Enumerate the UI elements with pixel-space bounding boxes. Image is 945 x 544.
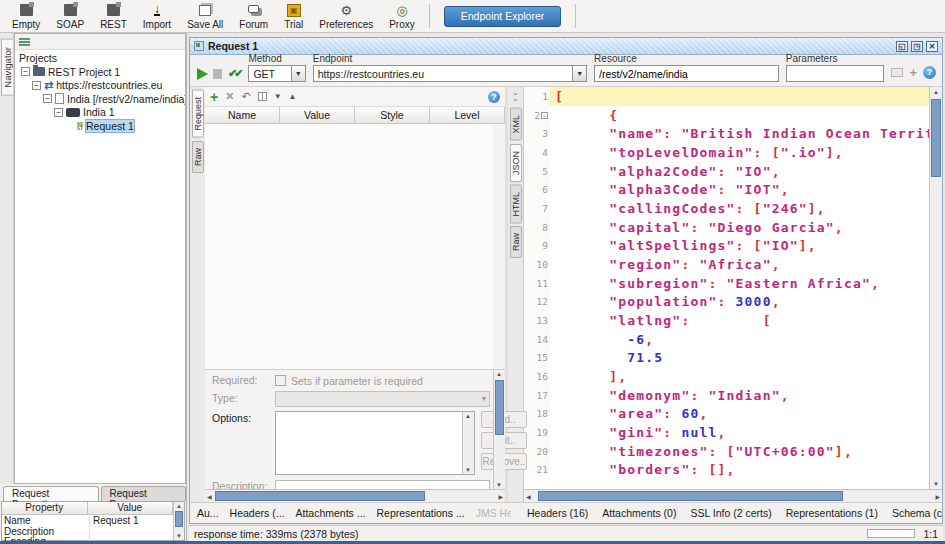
- inspector-tab-headers-16[interactable]: Headers (16): [527, 507, 588, 519]
- endpoint-dropdown[interactable]: https://restcountries.eu ▼: [313, 65, 587, 82]
- inspector-tab-representations-1[interactable]: Representations (1): [786, 507, 878, 519]
- tab-request[interactable]: Request: [192, 90, 204, 138]
- options-scrollbar[interactable]: [462, 412, 474, 474]
- endpoint-explorer-button[interactable]: Endpoint Explorer: [444, 6, 561, 27]
- tab-html[interactable]: HTML: [510, 185, 522, 224]
- rest-project-icon: [107, 4, 120, 16]
- move-up-icon[interactable]: ▲: [289, 92, 297, 101]
- tree-expander-icon[interactable]: −: [43, 94, 52, 103]
- tree-item-label: Request 1: [86, 120, 134, 132]
- toolbar-button-preferences[interactable]: ⚙Preferences: [311, 0, 381, 32]
- form-hscrollbar[interactable]: [205, 489, 505, 502]
- inspector-tab-headers[interactable]: Headers (...: [230, 507, 285, 519]
- tab-json[interactable]: JSON: [510, 144, 522, 182]
- code-line-text: "area": 60,: [550, 404, 929, 423]
- param-detail-form: Required: Sets if parameter is required …: [205, 369, 505, 489]
- type-dropdown[interactable]: [275, 391, 490, 407]
- inspector-tab-attachments[interactable]: Attachments ...: [295, 507, 365, 519]
- properties-scrollbar[interactable]: ▲ ▼: [173, 502, 184, 540]
- inspector-tab-ssl-info-2-certs[interactable]: SSL Info (2 certs): [690, 507, 771, 519]
- toolbar-button-empty[interactable]: Empty: [4, 0, 48, 32]
- chevron-down-icon[interactable]: ▼: [572, 66, 586, 81]
- toolbar-button-label: Preferences: [319, 19, 373, 30]
- table-row[interactable]: NameRequest 1: [2, 515, 173, 526]
- tab-request-properties[interactable]: Request Properties: [3, 486, 99, 501]
- expand-icon[interactable]: ⌃: [513, 99, 519, 105]
- navigator-options-icon[interactable]: [19, 38, 30, 46]
- tab-xml[interactable]: XML: [510, 108, 522, 141]
- scrollbar-thumb[interactable]: [215, 491, 425, 501]
- fold-collapse-icon[interactable]: −: [541, 112, 548, 119]
- add-to-testcase-icon[interactable]: +: [909, 67, 917, 78]
- delete-param-icon[interactable]: ✕: [225, 90, 234, 103]
- toolbar-button-rest[interactable]: REST: [92, 0, 135, 32]
- tree-item-india-rest-v2-name-india[interactable]: −India [/rest/v2/name/india]: [15, 92, 185, 106]
- help-icon[interactable]: ?: [923, 66, 936, 79]
- move-down-icon[interactable]: ▼: [274, 92, 282, 101]
- maximize-window-icon[interactable]: ◳: [911, 41, 923, 52]
- required-checkbox[interactable]: [275, 375, 286, 386]
- toolbar-button-save-all[interactable]: Save All: [179, 0, 231, 32]
- chevron-down-icon[interactable]: ▼: [291, 66, 305, 81]
- tree-expander-icon[interactable]: −: [21, 67, 30, 76]
- options-listbox[interactable]: [275, 411, 475, 475]
- revert-params-icon[interactable]: ↶: [241, 90, 250, 103]
- parameters-field[interactable]: [787, 66, 884, 81]
- code-line: 9 "altSpellings": ["IO"],: [524, 236, 929, 255]
- inspector-tab-au[interactable]: Au...: [197, 507, 219, 519]
- response-time-text: response time: 339ms (2378 bytes): [194, 528, 359, 540]
- line-number: 1: [524, 87, 550, 106]
- editor-vscrollbar[interactable]: [929, 87, 942, 489]
- editor-hscrollbar[interactable]: [524, 489, 942, 502]
- params-table-body[interactable]: [205, 124, 505, 369]
- minimize-window-icon[interactable]: ◱: [896, 41, 908, 52]
- tree-item-label: India 1: [83, 106, 115, 118]
- toolbar-button-soap[interactable]: SOAP: [48, 0, 92, 32]
- navigator-tab[interactable]: Navigator: [1, 39, 13, 96]
- tab-raw[interactable]: Raw: [510, 226, 522, 258]
- help-icon[interactable]: ?: [488, 91, 500, 103]
- update-params-icon[interactable]: [258, 92, 267, 101]
- tree-expander-icon[interactable]: −: [54, 108, 63, 117]
- tab-layout-icon[interactable]: [891, 68, 903, 77]
- tree-root-label[interactable]: Projects: [15, 50, 185, 65]
- add-assertion-icon[interactable]: ✔✔: [228, 67, 240, 80]
- method-dropdown[interactable]: GET ▼: [248, 65, 305, 82]
- scrollbar-thumb[interactable]: [495, 380, 504, 435]
- tree-item-rest-project-1[interactable]: −REST Project 1: [15, 65, 185, 79]
- toolbar-divider: [429, 4, 430, 28]
- tree-item-india-1[interactable]: −India 1: [15, 106, 185, 120]
- line-number: 4: [524, 143, 550, 162]
- code-line: 19 "gini": null,: [524, 423, 929, 442]
- cancel-request-icon[interactable]: [213, 69, 222, 79]
- form-scrollbar[interactable]: [493, 370, 505, 489]
- close-window-icon[interactable]: ✕: [926, 41, 938, 52]
- code-line-text: "altSpellings": ["IO"],: [550, 236, 929, 255]
- toolbar-button-proxy[interactable]: ◎Proxy: [381, 0, 423, 32]
- scroll-down-icon[interactable]: ▼: [174, 533, 184, 539]
- toolbar-button-import[interactable]: ↓Import: [135, 0, 179, 32]
- tree-item-https-restcountries-eu[interactable]: −⇄https://restcountries.eu: [15, 79, 185, 93]
- scrollbar-thumb[interactable]: [538, 491, 843, 501]
- inspector-tab-representations[interactable]: Representations ...: [377, 507, 465, 519]
- json-response-editor[interactable]: 1[2− {3 "name": "British Indian Ocean Te…: [523, 87, 942, 502]
- tab-request-params[interactable]: Request Params: [101, 486, 186, 501]
- code-line-text: {: [550, 106, 929, 125]
- table-row[interactable]: Description: [2, 526, 173, 537]
- resource-field[interactable]: [595, 66, 778, 81]
- collapse-icon[interactable]: ⌄: [513, 90, 519, 96]
- tree-item-label: https://restcountries.eu: [56, 79, 162, 91]
- scrollbar-thumb[interactable]: [931, 99, 941, 177]
- submit-request-icon[interactable]: [197, 68, 208, 80]
- scroll-up-icon[interactable]: ▲: [174, 503, 184, 509]
- toolbar-button-label: Trial: [284, 19, 303, 30]
- tree-expander-icon[interactable]: −: [32, 81, 41, 90]
- tree-item-request-1[interactable]: RE STRequest 1: [15, 119, 185, 133]
- add-param-icon[interactable]: +: [210, 91, 218, 103]
- toolbar-button-trial[interactable]: ▣Trial: [276, 0, 311, 32]
- inspector-tab-attachments-0[interactable]: Attachments (0): [602, 507, 676, 519]
- inspector-tab-schema-conflicts[interactable]: Schema (conflicts): [892, 507, 942, 519]
- scrollbar-thumb[interactable]: [175, 511, 183, 527]
- tab-raw[interactable]: Raw: [192, 141, 204, 173]
- toolbar-button-forum[interactable]: Forum: [231, 0, 276, 32]
